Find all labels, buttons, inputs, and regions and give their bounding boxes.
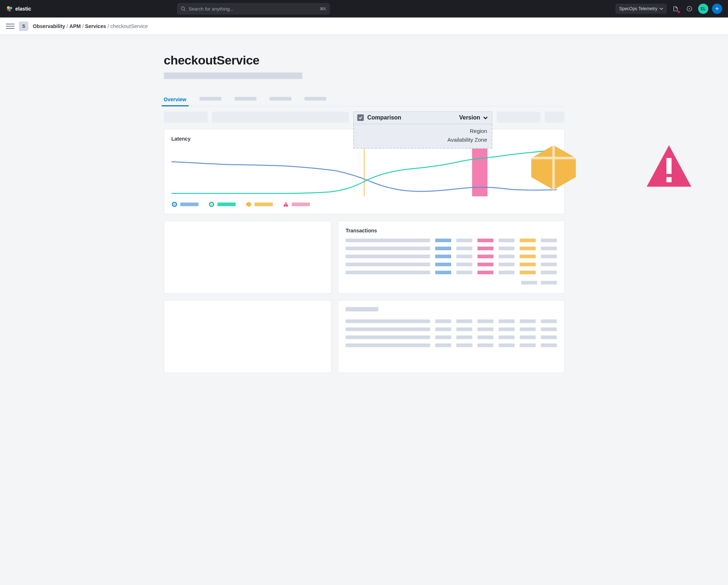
- svg-point-0: [7, 6, 10, 9]
- cell-metric: [541, 247, 557, 250]
- space-badge[interactable]: S: [19, 21, 28, 31]
- comparison-label: Comparison: [367, 114, 401, 121]
- cell-placeholder: [346, 327, 430, 331]
- filter-placeholder[interactable]: [212, 111, 349, 122]
- comparison-selector[interactable]: Comparison Version Region Availability Z…: [353, 111, 492, 124]
- filter-placeholder[interactable]: [545, 111, 564, 122]
- chevron-down-icon: [660, 7, 663, 11]
- cell-metric: [541, 271, 557, 274]
- cell-metric: [477, 271, 493, 274]
- breadcrumb-part[interactable]: APM: [70, 23, 81, 29]
- search-placeholder: Search for anything...: [189, 6, 234, 12]
- brand-logo[interactable]: elastic: [6, 5, 31, 12]
- add-button[interactable]: +: [712, 4, 722, 14]
- cell-placeholder: [346, 263, 430, 266]
- transactions-title: Transactions: [346, 228, 557, 233]
- cell-metric: [541, 263, 557, 266]
- cell-metric: [520, 271, 536, 274]
- legend-swatch: [255, 203, 273, 206]
- alert-marker-icon: [476, 142, 728, 193]
- nav-menu-toggle[interactable]: [6, 22, 15, 31]
- user-avatar[interactable]: EL: [698, 4, 708, 14]
- cell-placeholder: [346, 335, 430, 339]
- footer-placeholder: [521, 281, 537, 284]
- tab-placeholder[interactable]: [269, 97, 291, 101]
- notifications-button[interactable]: [670, 4, 681, 14]
- cell-metric: [477, 263, 493, 266]
- svg-line-5: [184, 10, 186, 11]
- cell-metric: [520, 247, 536, 250]
- avatar-initials: EL: [701, 7, 706, 11]
- subtitle-placeholder: [164, 72, 302, 79]
- table-row[interactable]: [346, 343, 557, 347]
- svg-point-11: [209, 202, 214, 207]
- table-row[interactable]: [346, 319, 557, 323]
- cell-metric: [435, 247, 451, 250]
- breadcrumb: Observability/APM/Services/checkoutServi…: [33, 23, 148, 29]
- tab-bar: Overview: [164, 93, 564, 106]
- cell-metric: [520, 263, 536, 266]
- comparison-option[interactable]: Availability Zone: [358, 136, 487, 144]
- card-title-placeholder: [346, 307, 378, 311]
- placeholder-card: [164, 221, 331, 294]
- cell-metric: [456, 263, 472, 266]
- legend-item[interactable]: [209, 201, 236, 207]
- comparison-dropdown: Region Availability Zone: [353, 124, 492, 149]
- table-row[interactable]: [346, 255, 557, 258]
- legend-item[interactable]: [172, 201, 198, 207]
- svg-rect-13: [286, 205, 286, 206]
- table-row[interactable]: [346, 271, 557, 274]
- cell-metric: [477, 247, 493, 250]
- legend-item[interactable]: [283, 201, 310, 207]
- comparison-checkbox[interactable]: [357, 114, 364, 121]
- breadcrumb-part[interactable]: Services: [85, 23, 106, 29]
- cell-metric: [541, 239, 557, 242]
- cell-metric: [541, 255, 557, 258]
- cell-metric: [456, 247, 472, 250]
- cell-metric: [477, 239, 493, 242]
- cell-placeholder: [346, 247, 430, 250]
- tab-placeholder[interactable]: [235, 97, 256, 101]
- global-search-input[interactable]: Search for anything... ⌘K: [177, 3, 330, 15]
- notification-dot-icon: [678, 11, 680, 13]
- transactions-card: Transactions: [338, 221, 564, 294]
- svg-rect-9: [666, 177, 672, 182]
- cell-metric: [520, 239, 536, 242]
- breadcrumb-part[interactable]: Observability: [33, 23, 65, 29]
- table-row[interactable]: [346, 247, 557, 250]
- cell-metric: [477, 255, 493, 258]
- svg-rect-8: [666, 158, 672, 174]
- table-row[interactable]: [346, 335, 557, 339]
- tab-placeholder[interactable]: [304, 97, 326, 101]
- legend-swatch: [292, 203, 310, 206]
- help-button[interactable]: [684, 4, 694, 14]
- filter-placeholder[interactable]: [164, 111, 208, 122]
- cell-metric: [435, 263, 451, 266]
- latency-chart[interactable]: [172, 145, 557, 196]
- table-row[interactable]: [346, 327, 557, 331]
- cell-metric: [499, 239, 515, 242]
- tab-placeholder[interactable]: [200, 97, 221, 101]
- page-title: checkoutService: [164, 53, 564, 67]
- circle-icon: [172, 201, 177, 207]
- table-row[interactable]: [346, 263, 557, 266]
- cell-placeholder: [346, 343, 430, 347]
- search-icon: [181, 6, 186, 11]
- deployment-selector[interactable]: SpecOps Telemetry: [615, 4, 667, 14]
- cell-metric: [499, 255, 515, 258]
- filter-placeholder[interactable]: [497, 111, 540, 122]
- brand-name: elastic: [15, 6, 31, 12]
- legend-item[interactable]: [246, 201, 273, 207]
- tab-overview[interactable]: Overview: [164, 93, 186, 106]
- cell-metric: [456, 271, 472, 274]
- svg-rect-12: [286, 203, 286, 205]
- comparison-value[interactable]: Version: [459, 114, 488, 121]
- circle-icon: [209, 201, 215, 207]
- comparison-option[interactable]: Region: [358, 127, 487, 136]
- table-row[interactable]: [346, 239, 557, 242]
- search-shortcut: ⌘K: [320, 7, 326, 11]
- placeholder-card: [164, 300, 331, 373]
- svg-point-10: [172, 202, 177, 207]
- table-footer: [346, 281, 557, 284]
- cell-metric: [435, 239, 451, 242]
